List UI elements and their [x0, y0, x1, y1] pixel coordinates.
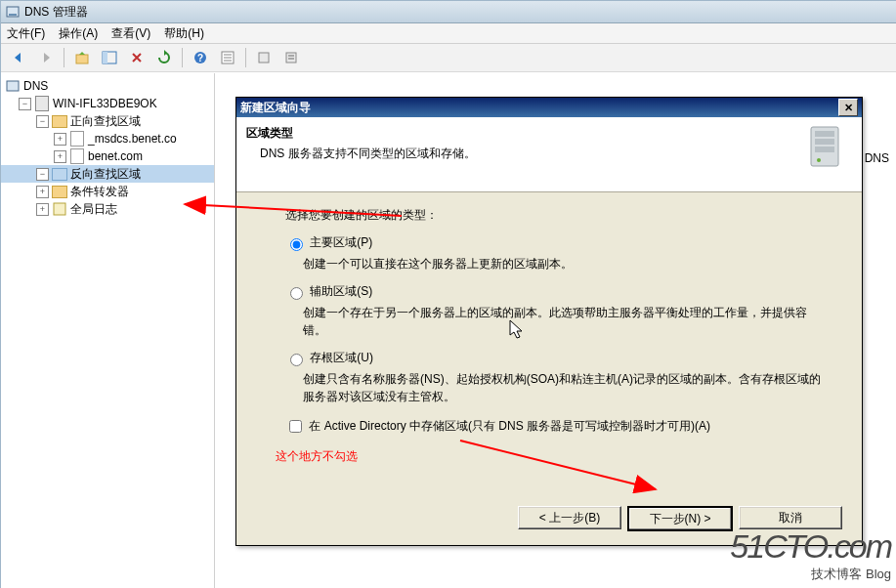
svg-rect-12 — [286, 53, 296, 63]
radio-primary[interactable] — [290, 238, 303, 251]
option-stub-desc: 创建只含有名称服务器(NS)、起始授权机构(SOA)和粘连主机(A)记录的区域的… — [303, 370, 823, 405]
checkbox-ad-store[interactable]: 在 Active Directory 中存储区域(只有 DNS 服务器是可写域控… — [285, 417, 823, 436]
tree-global-log[interactable]: + 全局日志 — [1, 200, 214, 218]
folder-icon — [52, 184, 67, 199]
menu-action[interactable]: 操作(A) — [59, 25, 98, 42]
option-secondary-desc: 创建一个存在于另一个服务器上的区域的副本。此选项帮助主服务器平衡处理的工作量，并… — [303, 304, 823, 339]
menu-file[interactable]: 文件(F) — [7, 25, 45, 42]
svg-rect-16 — [54, 203, 65, 215]
tree-root[interactable]: DNS — [1, 77, 214, 95]
svg-text:?: ? — [197, 53, 203, 63]
checkbox-ad-store-input[interactable] — [289, 420, 302, 433]
tree-rev-zones[interactable]: − 反向查找区域 — [1, 165, 214, 183]
tree-fwd1-label: _msdcs.benet.co — [88, 132, 177, 146]
up-button[interactable] — [70, 46, 94, 69]
expand-icon[interactable]: + — [54, 133, 66, 146]
toolbar: ? — [1, 44, 896, 72]
svg-rect-19 — [815, 139, 834, 145]
radio-secondary[interactable] — [290, 287, 303, 300]
titlebar: DNS 管理器 — [1, 1, 896, 23]
dialog-buttons: < 上一步(B) 下一步(N) > 取消 — [518, 506, 842, 531]
tree-root-label: DNS — [23, 79, 48, 93]
tree-fwd2-label: benet.com — [88, 149, 143, 163]
svg-rect-4 — [103, 52, 107, 63]
menu-view[interactable]: 查看(V) — [111, 25, 150, 42]
prompt-text: 选择您要创建的区域的类型： — [285, 206, 823, 224]
collapse-icon[interactable]: − — [36, 168, 49, 181]
expand-icon[interactable]: + — [36, 186, 49, 198]
separator — [64, 48, 64, 67]
folder-open-icon — [52, 166, 67, 182]
show-hide-tree-button[interactable] — [98, 46, 121, 69]
radio-stub[interactable] — [290, 354, 303, 366]
option-secondary[interactable]: 辅助区域(S) — [285, 282, 823, 300]
close-button[interactable]: ✕ — [838, 99, 858, 116]
option-primary-label: 主要区域(P) — [310, 235, 372, 249]
tree-fwd-zone-2[interactable]: + benet.com — [1, 147, 214, 165]
zone-icon — [69, 131, 85, 147]
next-button[interactable]: 下一步(N) > — [627, 506, 733, 531]
tree-log-label: 全局日志 — [70, 201, 117, 218]
separator — [182, 48, 183, 67]
tree-pane[interactable]: DNS − WIN-IFL33DBE9OK − 正向查找区域 + _msdcs.… — [1, 73, 215, 588]
forward-button[interactable] — [34, 46, 58, 69]
svg-rect-15 — [7, 81, 19, 91]
delete-button[interactable] — [125, 46, 149, 69]
server-image — [797, 125, 852, 168]
tree-fwd-zones[interactable]: − 正向查找区域 — [1, 112, 214, 130]
tree-fwd-zone-1[interactable]: + _msdcs.benet.co — [1, 130, 214, 147]
checkbox-ad-store-label: 在 Active Directory 中存储区域(只有 DNS 服务器是可写域控… — [309, 419, 710, 433]
svg-rect-20 — [815, 147, 834, 152]
help-button[interactable]: ? — [189, 46, 212, 69]
dialog-title: 新建区域向导 — [240, 100, 311, 116]
separator — [245, 48, 246, 67]
properties-button[interactable] — [216, 46, 239, 69]
option-primary[interactable]: 主要区域(P) — [285, 233, 823, 251]
menubar: 文件(F) 操作(A) 查看(V) 帮助(H) — [1, 23, 896, 44]
folder-icon — [52, 113, 67, 129]
window-title: DNS 管理器 — [24, 4, 88, 21]
cancel-button[interactable]: 取消 — [739, 506, 842, 529]
svg-rect-18 — [815, 131, 834, 137]
collapse-icon[interactable]: − — [36, 115, 49, 128]
dns-icon — [5, 78, 21, 94]
tree-cond-forwarders[interactable]: + 条件转发器 — [1, 183, 214, 200]
expand-icon[interactable]: + — [54, 150, 66, 163]
tree-server[interactable]: − WIN-IFL33DBE9OK — [1, 95, 214, 112]
tree-fwd-label: 正向查找区域 — [70, 113, 141, 130]
svg-rect-1 — [9, 14, 17, 16]
annotation-text: 这个地方不勾选 — [276, 447, 823, 465]
dialog-titlebar: 新建区域向导 ✕ — [236, 98, 862, 117]
back-button[interactable] — [7, 46, 30, 69]
option-stub-label: 存根区域(U) — [310, 351, 373, 364]
zone-icon — [69, 148, 85, 164]
server-icon — [34, 96, 50, 111]
back-button[interactable]: < 上一步(B) — [518, 506, 621, 529]
tree-server-label: WIN-IFL33DBE9OK — [53, 97, 157, 110]
refresh-button[interactable] — [152, 46, 176, 69]
log-icon — [52, 201, 67, 217]
svg-point-21 — [817, 158, 821, 162]
list-button[interactable] — [279, 46, 303, 69]
expand-icon[interactable]: + — [36, 203, 49, 216]
option-stub[interactable]: 存根区域(U) — [285, 349, 823, 366]
svg-rect-2 — [76, 55, 88, 63]
filter-button[interactable] — [252, 46, 276, 69]
tree-rev-label: 反向查找区域 — [70, 166, 141, 183]
app-icon — [5, 4, 21, 20]
header-title: 区域类型 — [246, 125, 797, 142]
menu-help[interactable]: 帮助(H) — [164, 25, 204, 42]
header-desc: DNS 服务器支持不同类型的区域和存储。 — [260, 146, 797, 162]
svg-rect-11 — [259, 53, 269, 63]
tree-cond-label: 条件转发器 — [70, 184, 129, 200]
option-secondary-label: 辅助区域(S) — [310, 284, 372, 298]
main-window: DNS 管理器 文件(F) 操作(A) 查看(V) 帮助(H) ? DNS — [0, 0, 896, 588]
new-zone-wizard-dialog: 新建区域向导 ✕ 区域类型 DNS 服务器支持不同类型的区域和存储。 选择您要创… — [235, 97, 863, 546]
content-header: DNS — [865, 151, 889, 165]
option-primary-desc: 创建一个可以直接在这个服务器上更新的区域副本。 — [303, 255, 823, 273]
dialog-header: 区域类型 DNS 服务器支持不同类型的区域和存储。 — [236, 117, 862, 192]
dialog-body: 选择您要创建的区域的类型： 主要区域(P) 创建一个可以直接在这个服务器上更新的… — [236, 192, 862, 465]
collapse-icon[interactable]: − — [19, 98, 31, 110]
